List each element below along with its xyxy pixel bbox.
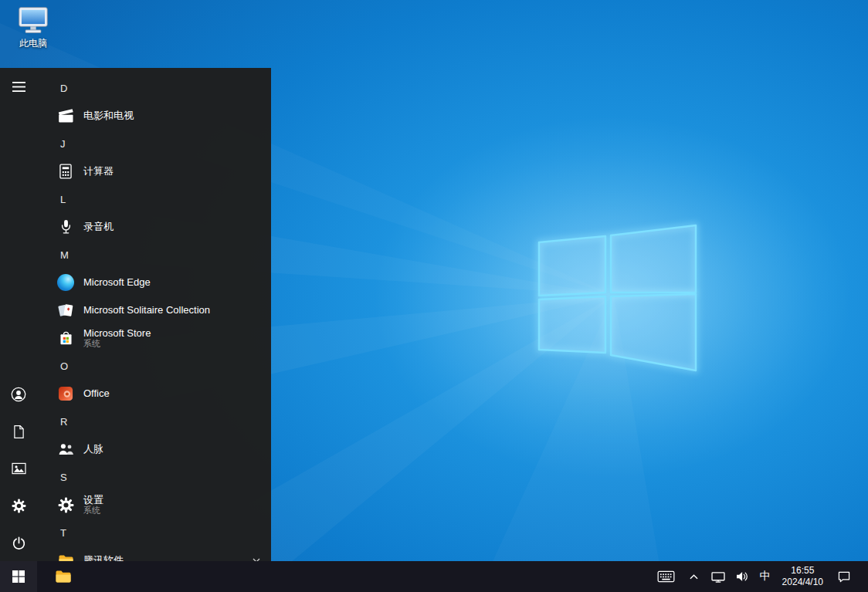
app-label: Microsoft Edge bbox=[83, 277, 151, 288]
edge-icon bbox=[56, 272, 76, 293]
voice-recorder-icon bbox=[56, 217, 76, 237]
app-people[interactable]: 人脉 bbox=[37, 435, 271, 463]
section-letter: L bbox=[60, 194, 66, 205]
app-voice-recorder[interactable]: 录音机 bbox=[37, 213, 271, 241]
windows-logo-icon bbox=[12, 570, 25, 583]
start-button[interactable] bbox=[0, 561, 37, 592]
document-icon bbox=[13, 425, 25, 439]
app-sublabel: 系统 bbox=[83, 506, 103, 516]
solitaire-icon bbox=[56, 300, 76, 320]
section-header-J[interactable]: J bbox=[37, 130, 271, 157]
start-menu: D 电影和电视 J bbox=[0, 68, 271, 561]
app-label: 设置 bbox=[83, 495, 103, 506]
app-label: 人脉 bbox=[83, 444, 103, 455]
section-header-L[interactable]: L bbox=[37, 185, 271, 213]
section-header-M[interactable]: M bbox=[37, 241, 271, 269]
touch-keyboard-icon bbox=[657, 570, 675, 583]
section-header-D[interactable]: D bbox=[37, 74, 271, 102]
start-menu-app-list: D 电影和电视 J bbox=[37, 68, 271, 561]
settings-button[interactable] bbox=[0, 487, 37, 524]
start-menu-rail bbox=[0, 68, 37, 561]
office-icon bbox=[56, 384, 76, 404]
power-icon bbox=[12, 536, 26, 550]
section-header-S[interactable]: S bbox=[37, 463, 271, 491]
desktop-icon-label: 此电脑 bbox=[19, 37, 47, 50]
expand-menu-button[interactable] bbox=[0, 68, 37, 105]
app-calculator[interactable]: 计算器 bbox=[37, 157, 271, 185]
chevron-up-icon bbox=[690, 574, 698, 580]
section-letter: M bbox=[60, 249, 69, 261]
clock-time: 16:55 bbox=[791, 565, 814, 577]
people-icon bbox=[56, 439, 76, 459]
app-label: 录音机 bbox=[83, 222, 114, 232]
file-explorer-button[interactable] bbox=[45, 561, 82, 592]
volume-icon bbox=[736, 571, 749, 582]
app-office[interactable]: Office bbox=[37, 380, 271, 408]
show-hidden-icons-button[interactable] bbox=[682, 561, 706, 592]
taskbar: 中 16:55 2024/4/10 bbox=[0, 561, 868, 592]
app-microsoft-store[interactable]: Microsoft Store 系统 bbox=[37, 324, 271, 352]
app-sublabel: 系统 bbox=[83, 339, 151, 349]
store-icon bbox=[56, 328, 76, 348]
touch-keyboard-button[interactable] bbox=[650, 561, 682, 592]
section-header-O[interactable]: O bbox=[37, 352, 271, 380]
network-button[interactable] bbox=[706, 561, 731, 592]
ime-indicator[interactable]: 中 bbox=[754, 561, 776, 592]
folder-icon bbox=[56, 550, 76, 561]
app-label: 计算器 bbox=[83, 166, 114, 177]
app-label: Microsoft Store bbox=[83, 328, 151, 339]
network-icon bbox=[711, 571, 725, 583]
clock-date: 2024/4/10 bbox=[782, 577, 823, 588]
app-microsoft-edge[interactable]: Microsoft Edge bbox=[37, 269, 271, 296]
app-label: Microsoft Solitaire Collection bbox=[83, 305, 210, 316]
movies-tv-icon bbox=[56, 106, 76, 126]
hamburger-icon bbox=[12, 82, 25, 92]
account-button[interactable] bbox=[0, 376, 37, 413]
section-header-R[interactable]: R bbox=[37, 408, 271, 435]
app-label: Office bbox=[83, 388, 110, 399]
documents-button[interactable] bbox=[0, 413, 37, 450]
system-tray: 中 16:55 2024/4/10 bbox=[650, 561, 868, 592]
power-button[interactable] bbox=[0, 524, 37, 561]
action-center-button[interactable] bbox=[829, 561, 859, 592]
app-movies-tv[interactable]: 电影和电视 bbox=[37, 102, 271, 130]
gear-icon bbox=[56, 495, 76, 515]
pictures-button[interactable] bbox=[0, 450, 37, 487]
action-center-icon bbox=[838, 571, 850, 583]
section-letter: T bbox=[60, 527, 66, 539]
section-letter: O bbox=[60, 360, 68, 372]
section-letter: J bbox=[60, 138, 66, 150]
section-letter: R bbox=[60, 416, 67, 428]
gear-icon bbox=[12, 499, 26, 513]
app-label: 电影和电视 bbox=[83, 110, 134, 121]
app-group-tencent[interactable]: 腾讯软件 bbox=[37, 546, 271, 561]
desktop-icon-this-pc[interactable]: 此电脑 bbox=[9, 5, 57, 50]
account-icon bbox=[11, 387, 26, 402]
section-letter: D bbox=[60, 83, 67, 94]
app-solitaire-collection[interactable]: Microsoft Solitaire Collection bbox=[37, 296, 271, 324]
folder-icon bbox=[55, 570, 72, 584]
rail-bottom-group bbox=[0, 376, 37, 561]
pictures-icon bbox=[12, 462, 26, 475]
section-letter: S bbox=[60, 472, 67, 483]
section-header-T[interactable]: T bbox=[37, 519, 271, 546]
calculator-icon bbox=[56, 161, 76, 181]
ime-label: 中 bbox=[760, 570, 771, 584]
computer-monitor-icon bbox=[17, 5, 49, 36]
clock[interactable]: 16:55 2024/4/10 bbox=[776, 561, 829, 592]
app-label: 腾讯软件 bbox=[83, 555, 124, 561]
volume-button[interactable] bbox=[731, 561, 754, 592]
app-settings[interactable]: 设置 系统 bbox=[37, 491, 271, 519]
